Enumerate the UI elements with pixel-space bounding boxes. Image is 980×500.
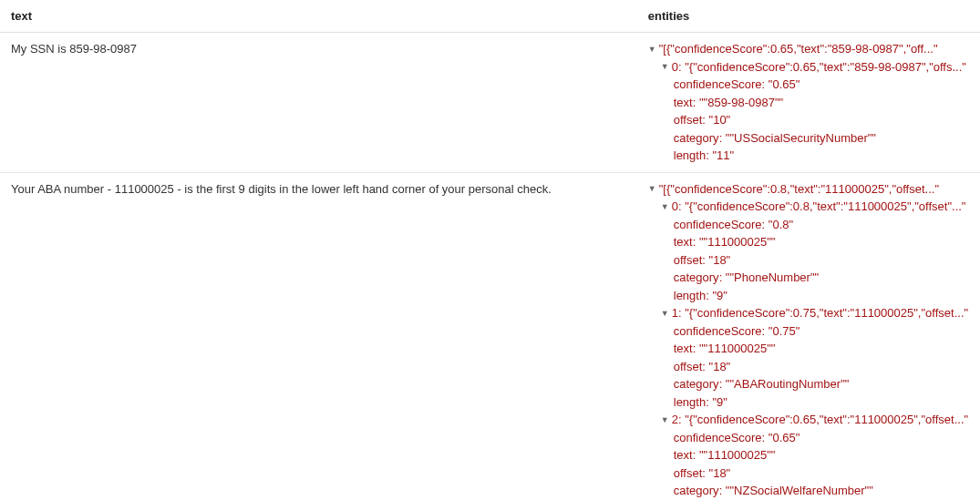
tree-node[interactable]: ▼"[{"confidenceScore":0.8,"text":"111000… — [648, 180, 969, 199]
table-row: Your ABA number - 111000025 - is the fir… — [0, 172, 980, 500]
tree-node: category: ""USSocialSecurityNumber"" — [648, 129, 969, 148]
tree-key: text — [674, 96, 693, 109]
tree-key: 1 — [672, 306, 678, 320]
tree-value: ""USSocialSecurityNumber"" — [726, 131, 876, 145]
tree-key: offset — [674, 360, 703, 373]
tree-key: text — [674, 448, 693, 462]
tree-node[interactable]: ▼"[{"confidenceScore":0.65,"text":"859-9… — [648, 40, 969, 58]
column-header-entities[interactable]: entities — [637, 0, 980, 33]
tree-key: offset — [674, 113, 703, 127]
tree-value: "11" — [712, 148, 734, 162]
tree-key: 0 — [672, 199, 678, 213]
tree-node: confidenceScore: "0.65" — [648, 429, 969, 447]
tree-key: 2 — [672, 413, 678, 426]
table-row: My SSN is 859-98-0987▼"[{"confidenceScor… — [0, 33, 980, 173]
results-table: text entities My SSN is 859-98-0987▼"[{"… — [0, 0, 980, 500]
tree-node: offset: "18" — [648, 358, 969, 376]
expand-toggle-icon[interactable]: ▼ — [661, 201, 670, 214]
tree-node: text: ""859-98-0987"" — [648, 94, 969, 112]
tree-node: confidenceScore: "0.8" — [648, 216, 969, 234]
tree-key: length — [674, 148, 706, 162]
tree-value: ""ABARoutingNumber"" — [726, 377, 850, 391]
tree-key: category — [674, 270, 719, 284]
tree-node: text: ""111000025"" — [648, 446, 969, 464]
tree-node: text: ""111000025"" — [648, 233, 969, 251]
tree-node[interactable]: ▼0: "{"confidenceScore":0.65,"text":"859… — [648, 58, 969, 77]
tree-node: category: ""PhoneNumber"" — [648, 269, 969, 287]
tree-value: ""111000025"" — [699, 448, 776, 462]
cell-entities: ▼"[{"confidenceScore":0.8,"text":"111000… — [637, 172, 980, 500]
tree-key: category — [674, 131, 719, 145]
tree-key: confidenceScore — [674, 324, 762, 338]
tree-value: "0.65" — [769, 77, 800, 91]
tree-key: text — [674, 235, 693, 249]
tree-node: length: "9" — [648, 393, 969, 412]
expand-toggle-icon[interactable]: ▼ — [661, 308, 670, 321]
cell-text: Your ABA number - 111000025 - is the fir… — [0, 172, 637, 500]
tree-value: "0.65" — [769, 431, 800, 444]
tree-key: confidenceScore — [674, 431, 762, 444]
tree-value: ""NZSocialWelfareNumber"" — [726, 484, 873, 497]
tree-value: "9" — [712, 395, 727, 409]
tree-key: offset — [674, 466, 703, 480]
tree-summary: "[{"confidenceScore":0.65,"text":"859-98… — [659, 42, 938, 56]
tree-node: text: ""111000025"" — [648, 340, 969, 358]
tree-value: "0.75" — [769, 324, 800, 338]
tree-node[interactable]: ▼0: "{"confidenceScore":0.8,"text":"1110… — [648, 198, 969, 216]
tree-value: "18" — [709, 253, 731, 267]
tree-value: "0.8" — [769, 218, 793, 231]
tree-node[interactable]: ▼2: "{"confidenceScore":0.65,"text":"111… — [648, 411, 969, 429]
tree-key: length — [674, 289, 706, 302]
tree-key: category — [674, 484, 719, 497]
column-header-text[interactable]: text — [0, 0, 637, 33]
tree-value: ""PhoneNumber"" — [726, 270, 819, 284]
tree-key: 0 — [672, 60, 678, 74]
cell-text: My SSN is 859-98-0987 — [0, 33, 637, 173]
tree-value: "10" — [709, 113, 731, 127]
expand-toggle-icon[interactable]: ▼ — [661, 61, 670, 74]
tree-value: "18" — [709, 466, 731, 480]
tree-key: confidenceScore — [674, 218, 762, 231]
cell-entities: ▼"[{"confidenceScore":0.65,"text":"859-9… — [637, 33, 980, 173]
tree-node: confidenceScore: "0.65" — [648, 76, 969, 94]
tree-summary: "[{"confidenceScore":0.8,"text":"1110000… — [659, 182, 939, 196]
expand-toggle-icon[interactable]: ▼ — [648, 183, 657, 196]
tree-node: confidenceScore: "0.75" — [648, 322, 969, 341]
tree-node: length: "9" — [648, 287, 969, 305]
tree-value: ""859-98-0987"" — [699, 96, 783, 109]
tree-node: offset: "18" — [648, 251, 969, 270]
tree-node: category: ""NZSocialWelfareNumber"" — [648, 482, 969, 500]
tree-key: length — [674, 395, 706, 409]
tree-node[interactable]: ▼1: "{"confidenceScore":0.75,"text":"111… — [648, 304, 969, 322]
tree-value: ""111000025"" — [699, 342, 776, 355]
tree-summary: "{"confidenceScore":0.75,"text":"1110000… — [685, 306, 968, 320]
tree-summary: "{"confidenceScore":0.8,"text":"11100002… — [685, 199, 965, 213]
tree-key: offset — [674, 253, 703, 267]
tree-node: length: "11" — [648, 147, 969, 165]
tree-key: confidenceScore — [674, 77, 762, 91]
tree-node: category: ""ABARoutingNumber"" — [648, 375, 969, 393]
tree-value: "9" — [712, 289, 727, 302]
tree-value: ""111000025"" — [699, 235, 776, 249]
expand-toggle-icon[interactable]: ▼ — [648, 44, 657, 56]
tree-node: offset: "10" — [648, 111, 969, 129]
expand-toggle-icon[interactable]: ▼ — [661, 414, 670, 427]
tree-value: "18" — [709, 360, 731, 373]
tree-key: text — [674, 342, 693, 355]
tree-summary: "{"confidenceScore":0.65,"text":"859-98-… — [685, 60, 966, 74]
tree-key: category — [674, 377, 719, 391]
tree-summary: "{"confidenceScore":0.65,"text":"1110000… — [685, 413, 968, 426]
tree-node: offset: "18" — [648, 464, 969, 483]
